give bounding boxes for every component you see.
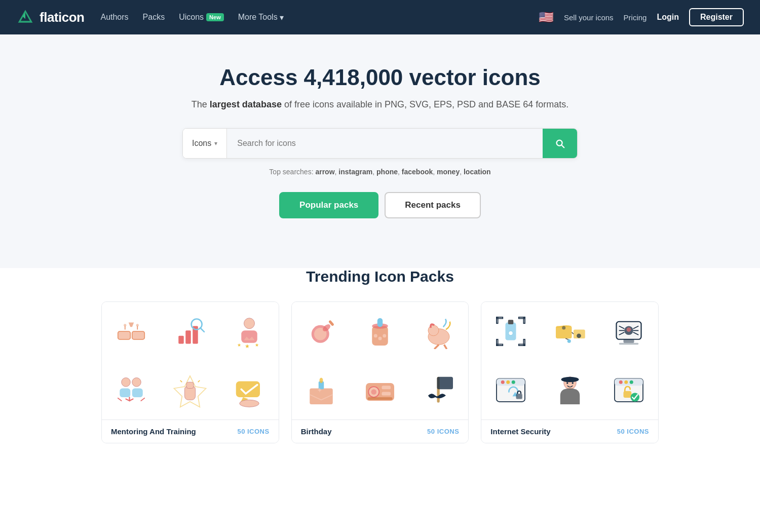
hero-subtitle: The largest database of free icons avail… (10, 99, 750, 110)
nav-link-authors[interactable]: Authors (100, 13, 128, 22)
svg-line-14 (200, 328, 204, 332)
language-flag-icon[interactable]: 🇺🇸 (539, 10, 554, 24)
svg-point-91 (507, 381, 510, 384)
register-button[interactable]: Register (689, 8, 744, 26)
svg-point-40 (374, 334, 377, 337)
search-bar: Icons ▾ (182, 128, 578, 159)
nav-link-packs[interactable]: Packs (143, 13, 165, 22)
pack-icon-cell: ★ ★ ★ (219, 302, 278, 361)
svg-rect-89 (497, 379, 525, 386)
svg-rect-104 (623, 391, 631, 398)
svg-text:✦: ✦ (317, 387, 323, 395)
pack-icon-cell (351, 302, 409, 361)
top-search-term-5[interactable]: money (437, 168, 460, 176)
svg-rect-94 (516, 394, 522, 399)
pack-footer-security: Internet Security 50 ICONS (481, 420, 658, 443)
pack-icons-security (481, 302, 658, 420)
pack-card-birthday[interactable]: ✦ (291, 301, 469, 443)
top-search-term-6[interactable]: location (464, 168, 491, 176)
svg-point-53 (371, 390, 376, 395)
pack-icon-cell (102, 361, 161, 420)
svg-point-74 (567, 339, 571, 343)
pack-icon-cell (219, 361, 278, 420)
svg-rect-100 (615, 379, 643, 386)
pack-card-mentoring[interactable]: ★ ★ ★ (101, 301, 279, 443)
svg-point-41 (378, 337, 382, 340)
svg-point-15 (244, 318, 254, 329)
pack-name-security: Internet Security (490, 427, 550, 436)
pricing-link[interactable]: Pricing (624, 13, 647, 22)
top-search-term-2[interactable]: instagram (338, 168, 372, 176)
hero-subtitle-rest: of free icons available in PNG, SVG, EPS… (282, 99, 568, 109)
navbar: flaticon Authors Packs Uicons New More T… (0, 0, 760, 34)
trending-section-title: Trending Icon Packs (24, 268, 736, 285)
svg-rect-79 (619, 343, 639, 345)
top-search-term-3[interactable]: phone (376, 168, 398, 176)
pack-name-mentoring: Mentoring And Training (111, 427, 196, 436)
svg-rect-56 (367, 397, 392, 400)
svg-point-9 (136, 324, 139, 326)
nav-links: Authors Packs Uicons New More Tools ▾ (100, 13, 522, 22)
top-search-term-1[interactable]: arrow (315, 168, 334, 176)
pack-count-security: 50 ICONS (617, 428, 649, 435)
svg-point-81 (627, 327, 631, 332)
pack-icon-cell: ✦ (292, 361, 351, 420)
svg-point-49 (319, 378, 323, 384)
search-input[interactable] (227, 129, 543, 158)
pack-footer-mentoring: Mentoring And Training 50 ICONS (102, 420, 279, 443)
main-content: Trending Icon Packs (0, 268, 760, 474)
svg-point-44 (428, 325, 439, 336)
pack-count-birthday: 50 ICONS (427, 428, 459, 435)
pack-icons-birthday: ✦ (292, 302, 469, 420)
pack-icon-cell (161, 361, 219, 420)
pack-icon-cell (292, 302, 351, 361)
svg-point-102 (624, 381, 628, 384)
svg-rect-11 (186, 330, 192, 344)
pack-icon-cell (161, 302, 219, 361)
svg-rect-30 (236, 382, 259, 398)
pack-icon-cell (102, 302, 161, 361)
svg-rect-58 (437, 377, 453, 390)
svg-point-97 (566, 383, 568, 385)
svg-rect-54 (382, 386, 391, 390)
search-type-dropdown[interactable]: Icons ▾ (183, 129, 227, 158)
hero-subtitle-bold: largest database (210, 99, 282, 109)
logo-icon (16, 8, 34, 26)
svg-rect-55 (382, 392, 391, 396)
login-link[interactable]: Login (657, 13, 679, 22)
uicons-new-badge: New (206, 13, 224, 21)
top-searches-label: Top searches: (269, 168, 313, 176)
svg-point-21 (122, 378, 131, 387)
svg-rect-68 (508, 320, 514, 324)
pack-card-security[interactable]: Internet Security 50 ICONS (481, 301, 659, 443)
pack-icon-cell (599, 302, 658, 361)
svg-point-75 (577, 333, 581, 338)
pack-icon-cell (541, 361, 599, 420)
svg-text:★: ★ (245, 343, 250, 349)
svg-text:★: ★ (254, 343, 258, 348)
pack-icons-mentoring: ★ ★ ★ (102, 302, 279, 420)
pack-name-birthday: Birthday (301, 427, 332, 436)
popular-packs-button[interactable]: Popular packs (279, 192, 378, 218)
search-type-chevron-icon: ▾ (214, 140, 217, 147)
svg-point-92 (512, 381, 515, 384)
sell-icons-link[interactable]: Sell your icons (564, 13, 614, 22)
pack-footer-birthday: Birthday 50 ICONS (292, 420, 469, 443)
logo-link[interactable]: flaticon (16, 8, 84, 26)
hero-section: Access 4,418,000 vector icons The larges… (0, 34, 760, 268)
search-button[interactable] (543, 129, 577, 158)
svg-line-46 (444, 345, 447, 349)
svg-point-32 (239, 400, 259, 407)
hero-title: Access 4,418,000 vector icons (10, 65, 750, 90)
pack-icon-cell (481, 361, 540, 420)
pack-icon-cell (481, 302, 540, 361)
svg-rect-78 (623, 339, 634, 343)
top-search-term-4[interactable]: facebook (402, 168, 433, 176)
nav-more-tools[interactable]: More Tools ▾ (238, 13, 284, 22)
svg-point-96 (561, 377, 579, 383)
nav-link-uicons[interactable]: Uicons New (179, 13, 224, 22)
pack-toggle: Popular packs Recent packs (10, 192, 750, 218)
recent-packs-button[interactable]: Recent packs (385, 192, 481, 218)
svg-rect-4 (132, 331, 145, 339)
nav-right: 🇺🇸 Sell your icons Pricing Login Registe… (539, 8, 744, 26)
